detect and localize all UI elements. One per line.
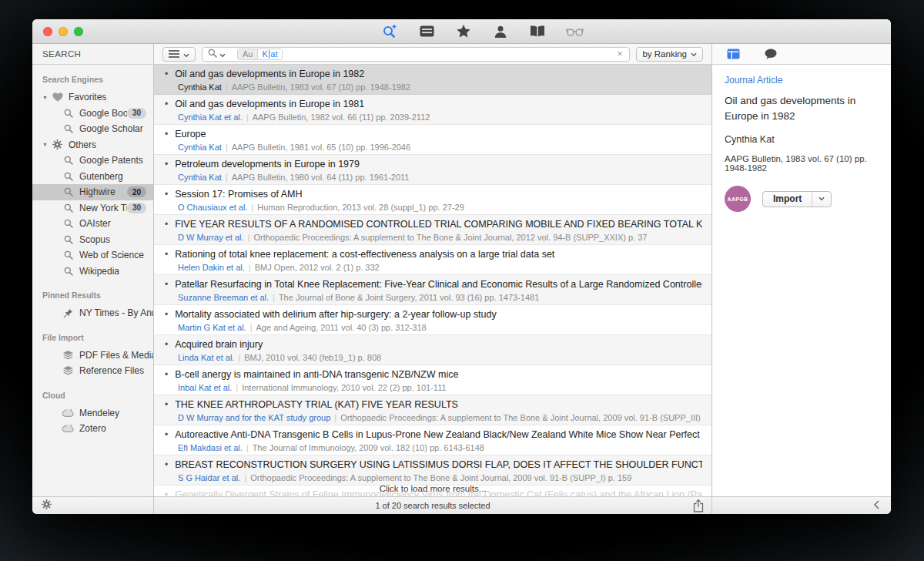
toolbar	[380, 19, 584, 43]
row-bullet-icon: •	[165, 459, 168, 470]
sidebar-item-mendeley[interactable]: Mendeley	[32, 405, 153, 422]
result-row[interactable]: •Acquired brain injuryLinda Kat et al.|B…	[154, 335, 711, 365]
minimize-button[interactable]	[59, 27, 68, 36]
list-menu-button[interactable]	[162, 47, 196, 62]
result-title: Acquired brain injury	[175, 339, 263, 350]
result-author-link[interactable]: Suzanne Breeman et al.	[178, 293, 269, 302]
result-author-link[interactable]: Cynthia Kat	[178, 143, 222, 152]
result-row[interactable]: •Session 17: Promises of AMHO Chausiaux …	[154, 185, 711, 215]
search-plus-icon[interactable]	[380, 23, 399, 40]
chevron-down-icon[interactable]	[812, 192, 831, 207]
result-row[interactable]: •Mortality associated with delirium afte…	[154, 305, 711, 335]
result-row[interactable]: •Petroleum developments in Europe in 197…	[154, 155, 711, 185]
result-row[interactable]: •EuropeCynthia Kat|AAPG Bulletin, 1981 v…	[154, 125, 711, 155]
details-panel-tabs	[712, 44, 891, 64]
info-panel-icon[interactable]	[724, 45, 742, 62]
collapse-panel-icon[interactable]	[873, 499, 879, 512]
result-row[interactable]: •B-cell anergy is maintained in anti-DNA…	[154, 365, 711, 395]
result-row[interactable]: •Autoreactive Anti-DNA Transgenic B Cell…	[154, 425, 711, 455]
result-row[interactable]: •Patellar Resurfacing in Total Knee Repl…	[154, 275, 711, 305]
meta-separator: |	[250, 323, 253, 332]
sidebar-item-label: Gutenberg	[79, 171, 123, 182]
result-title: Session 17: Promises of AMH	[175, 189, 302, 200]
result-source: Age and Ageing, 2011 vol. 40 (3) pp. 312…	[256, 323, 427, 332]
result-author-link[interactable]: Efi Makdasi et al.	[178, 443, 243, 452]
sidebar-section-search-engines: Search Engines▼FavoritesGoogle Books30Go…	[32, 75, 153, 279]
gear-icon[interactable]	[42, 499, 52, 512]
sidebar-item-web-of-science[interactable]: Web of Science	[32, 247, 153, 264]
search-token[interactable]: Au Kat	[237, 49, 283, 60]
result-source: The Journal of Immunology, 2009 vol. 182…	[253, 443, 484, 452]
sort-dropdown[interactable]: by Ranking	[636, 47, 703, 62]
result-author-link[interactable]: D W Murray and for the KAT study group	[178, 413, 330, 422]
person-icon[interactable]	[491, 23, 510, 40]
sidebar-item-pdf-files-media[interactable]: PDF Files & Media	[32, 348, 153, 364]
sidebar-item-others[interactable]: ▼Others	[32, 137, 153, 153]
meta-separator: |	[246, 113, 249, 122]
search-input[interactable]: Au Kat ×	[202, 47, 630, 62]
result-row[interactable]: •THE KNEE ARTHROPLASTY TRIAL (KAT) FIVE …	[154, 395, 711, 425]
comment-icon[interactable]	[762, 45, 780, 62]
sidebar-item-ny-times-by-andy-l[interactable]: NY Times - By Andy L...	[32, 305, 153, 321]
share-icon[interactable]	[693, 499, 704, 514]
sidebar-item-google-patents[interactable]: Google Patents	[32, 153, 153, 169]
clear-search-icon[interactable]: ×	[615, 49, 624, 59]
star-icon[interactable]	[454, 23, 473, 40]
sidebar-item-gutenberg[interactable]: Gutenberg	[32, 169, 153, 185]
result-meta: Cynthia Kat et al.|AAPG Bulletin, 1982 v…	[178, 113, 702, 122]
info-panel-icon	[727, 49, 740, 59]
result-title: Oil and gas developments in Europe in 19…	[175, 69, 364, 79]
import-button[interactable]: Import	[762, 191, 832, 207]
glasses-icon[interactable]	[565, 23, 584, 40]
sidebar-item-label: Web of Science	[79, 250, 144, 260]
zoom-button[interactable]	[74, 27, 83, 36]
article-type-link[interactable]: Journal Article	[725, 75, 879, 86]
close-button[interactable]	[43, 27, 52, 36]
sidebar-item-favorites[interactable]: ▼Favorites	[32, 89, 153, 106]
sidebar-item-new-york-times[interactable]: New York Times30	[32, 200, 153, 217]
result-author-link[interactable]: Inbal Kat et al.	[178, 383, 232, 392]
result-row[interactable]: •Rationing of total knee replacement: a …	[154, 245, 711, 275]
result-author-link[interactable]: Cynthia Kat et al.	[178, 113, 243, 122]
result-author-link[interactable]: Linda Kat et al.	[178, 353, 234, 362]
result-row[interactable]: •FIVE YEAR RESULTS OF A RANDOMISED CONTR…	[154, 215, 711, 245]
result-author-link[interactable]: D W Murray et al.	[178, 233, 244, 242]
disclosure-triangle-icon[interactable]: ▼	[42, 142, 52, 147]
result-author-link[interactable]: Martin G Kat et al.	[178, 323, 246, 332]
status-text: 1 of 20 search results selected	[375, 501, 490, 510]
row-bullet-icon: •	[165, 369, 168, 380]
result-author-link[interactable]: Cynthia Kat	[178, 173, 222, 182]
sidebar-item-wikipedia[interactable]: Wikipedia	[32, 264, 153, 280]
result-source: AAPG Bulletin, 1982 vol. 66 (11) pp. 203…	[253, 113, 430, 122]
result-author-link[interactable]: Helen Dakin et al.	[178, 263, 245, 272]
sidebar-header: SEARCH	[32, 44, 154, 64]
meta-separator: |	[252, 203, 254, 212]
sidebar-item-zotero[interactable]: Zotero	[32, 421, 153, 437]
meta-separator: |	[246, 443, 249, 452]
meta-separator: |	[236, 383, 238, 392]
sidebar-item-reference-files[interactable]: Reference Files	[32, 363, 153, 379]
result-row[interactable]: •Oil and gas developments in Europe in 1…	[154, 95, 711, 125]
book-icon[interactable]	[528, 23, 547, 40]
sidebar-item-google-books[interactable]: Google Books30	[32, 106, 153, 122]
load-more-button[interactable]: Click to load more results...	[154, 480, 711, 496]
result-title: Autoreactive Anti-DNA Transgenic B Cells…	[175, 429, 702, 440]
result-row[interactable]: •Oil and gas developments in Europe in 1…	[154, 65, 711, 95]
import-label: Import	[763, 192, 812, 207]
sidebar-item-google-scholar[interactable]: Google Scholar	[32, 121, 153, 137]
count-badge: 30	[127, 108, 146, 119]
sidebar-item-label: Reference Files	[79, 365, 144, 376]
result-title: Mortality associated with delirium after…	[175, 309, 497, 320]
result-author-link[interactable]: Cynthia Kat	[178, 82, 222, 92]
sidebar-item-scopus[interactable]: Scopus	[32, 232, 153, 248]
desktop-background: SEARCH Au Kat × by Ranking	[0, 0, 924, 561]
disclosure-triangle-icon[interactable]: ▼	[42, 95, 52, 100]
inbox-icon[interactable]	[417, 23, 436, 40]
sidebar-item-oaister[interactable]: OAIster	[32, 216, 153, 232]
row-bullet-icon: •	[165, 129, 168, 139]
sidebar-item-highwire[interactable]: Highwire20	[32, 184, 153, 200]
window-titlebar	[32, 19, 891, 44]
app-window: SEARCH Au Kat × by Ranking	[32, 19, 891, 514]
result-author-link[interactable]: O Chausiaux et al.	[178, 203, 248, 212]
row-bullet-icon: •	[165, 159, 168, 170]
